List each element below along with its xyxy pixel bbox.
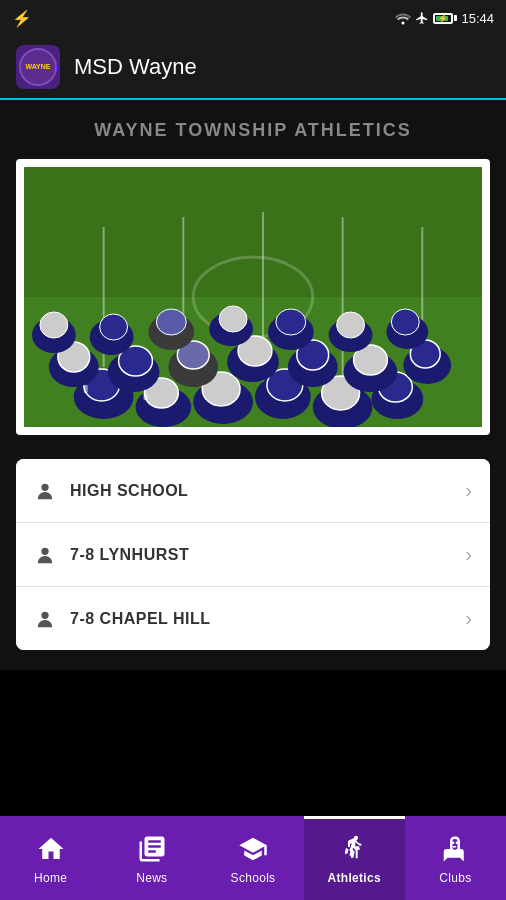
nav-item-schools[interactable]: Schools <box>202 816 303 900</box>
svg-point-52 <box>41 547 48 554</box>
svg-point-46 <box>337 312 365 338</box>
svg-point-42 <box>219 306 247 332</box>
field-markings <box>24 167 482 427</box>
menu-item-left-high-school: HIGH SCHOOL <box>34 480 188 502</box>
logo-circle: WAYNE <box>19 48 57 86</box>
status-time: 15:44 <box>461 11 494 26</box>
status-right-icons: ⚡ 15:44 <box>395 11 494 26</box>
bottom-nav: Home News Schools <box>0 816 506 900</box>
nav-item-athletics[interactable]: Athletics <box>304 816 405 900</box>
athletics-icon <box>336 831 372 867</box>
menu-item-left-chapel-hill: 7-8 CHAPEL HILL <box>34 608 211 630</box>
battery-icon: ⚡ <box>433 13 457 24</box>
status-left-icons: ⚡ <box>12 9 32 28</box>
app-logo: WAYNE <box>16 45 60 89</box>
section-title: WAYNE TOWNSHIP ATHLETICS <box>16 120 490 141</box>
svg-rect-49 <box>84 385 88 393</box>
usb-icon: ⚡ <box>12 9 32 28</box>
svg-point-38 <box>100 314 128 340</box>
main-content: WAYNE TOWNSHIP ATHLETICS <box>0 100 506 670</box>
athletics-nav-label: Athletics <box>328 871 381 885</box>
chevron-lynhurst: › <box>465 543 472 566</box>
svg-point-36 <box>40 312 68 338</box>
news-nav-label: News <box>136 871 167 885</box>
schools-nav-label: Schools <box>231 871 276 885</box>
airplane-icon <box>415 11 429 25</box>
schools-icon <box>235 831 271 867</box>
svg-point-56 <box>456 842 459 845</box>
menu-item-7-8-lynhurst[interactable]: 7-8 LYNHURST › <box>16 523 490 587</box>
menu-item-7-8-chapel-hill[interactable]: 7-8 CHAPEL HILL › <box>16 587 490 650</box>
lynhurst-label: 7-8 LYNHURST <box>70 546 189 564</box>
hero-image-container <box>16 159 490 435</box>
nav-item-news[interactable]: News <box>101 816 202 900</box>
svg-point-40 <box>156 309 186 335</box>
person-icon-lynhurst <box>34 544 56 566</box>
nav-item-clubs[interactable]: Clubs <box>405 816 506 900</box>
chevron-chapel-hill: › <box>465 607 472 630</box>
svg-point-51 <box>41 483 48 490</box>
menu-list: HIGH SCHOOL › 7-8 LYNHURST › <box>16 459 490 650</box>
person-icon-high-school <box>34 480 56 502</box>
chevron-high-school: › <box>465 479 472 502</box>
svg-point-48 <box>391 309 419 335</box>
app-header: WAYNE MSD Wayne <box>0 36 506 100</box>
svg-rect-1 <box>24 167 482 297</box>
home-nav-label: Home <box>34 871 67 885</box>
svg-point-53 <box>41 611 48 618</box>
high-school-label: HIGH SCHOOL <box>70 482 188 500</box>
svg-rect-50 <box>143 393 147 400</box>
wifi-icon <box>395 11 411 25</box>
svg-point-44 <box>276 309 306 335</box>
app-title: MSD Wayne <box>74 54 197 80</box>
clubs-icon <box>437 831 473 867</box>
clubs-nav-label: Clubs <box>439 871 471 885</box>
home-icon <box>33 831 69 867</box>
menu-item-left-lynhurst: 7-8 LYNHURST <box>34 544 189 566</box>
hero-image <box>24 167 482 427</box>
news-icon <box>134 831 170 867</box>
person-icon-chapel-hill <box>34 608 56 630</box>
menu-item-high-school[interactable]: HIGH SCHOOL › <box>16 459 490 523</box>
svg-point-55 <box>452 842 455 845</box>
chapel-hill-label: 7-8 CHAPEL HILL <box>70 610 211 628</box>
logo-text: WAYNE <box>25 63 50 71</box>
nav-item-home[interactable]: Home <box>0 816 101 900</box>
status-bar: ⚡ ⚡ 15:44 <box>0 0 506 36</box>
